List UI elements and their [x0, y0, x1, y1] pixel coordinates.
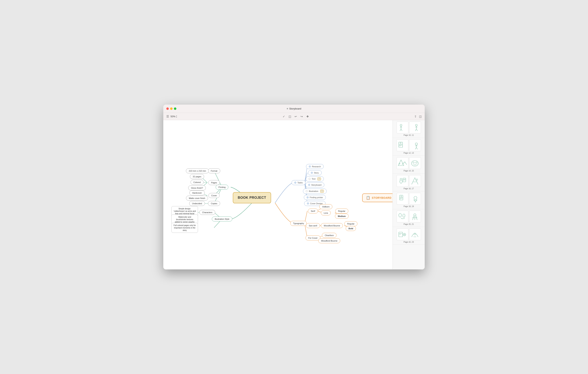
window-title-area: Storyboard: [287, 107, 301, 110]
matte-node[interactable]: Matte cover finish: [186, 196, 208, 201]
gloss-node[interactable]: Gloss finish?: [188, 185, 206, 190]
lora-medium-node[interactable]: Medium: [335, 214, 348, 219]
panel-page-20-21[interactable]: Page 20, 21: [393, 209, 425, 227]
main-canvas[interactable]: BOOK PROJECT Printing Format 210 mm x 21…: [163, 120, 392, 269]
svg-rect-31: [410, 176, 420, 186]
text-tag: +: [317, 177, 321, 180]
panel-icon[interactable]: ◫: [419, 115, 422, 118]
illustration-dot: [306, 190, 308, 192]
check-icon[interactable]: ✓: [283, 115, 285, 118]
research-dot: [309, 166, 311, 168]
clearface-node[interactable]: Clearface: [322, 233, 336, 238]
panel-thumb-23: [409, 228, 421, 240]
toolbar-right: ⇧ ◫: [414, 115, 422, 118]
characters-node[interactable]: Characters: [199, 210, 215, 215]
storyboard-dot: [308, 184, 310, 186]
panel-page-22-23[interactable]: Page 22, 23: [393, 227, 425, 245]
undecided-node[interactable]: Undecided: [189, 201, 205, 206]
sidebar-toggle-icon[interactable]: ☰: [166, 115, 169, 118]
panel-label-10-11: Page 10, 11: [404, 134, 414, 136]
panel-label-14-15: Page 14, 15: [404, 170, 414, 172]
zoom-arrows[interactable]: ▴ ▾: [176, 115, 177, 118]
typography-node[interactable]: Typography: [290, 221, 307, 226]
svg-rect-41: [397, 212, 408, 222]
panel-thumb-21: [409, 211, 421, 223]
copies-node[interactable]: Copies: [208, 201, 220, 206]
full-colored-desc-node: Full colored pages only for important mo…: [171, 223, 198, 233]
panel-thumb-10: [397, 122, 409, 133]
panel-label-20-21: Page 20, 21: [404, 223, 414, 225]
share-icon[interactable]: ⇧: [414, 115, 417, 118]
panel-page-10-11[interactable]: Page 10, 11: [393, 120, 425, 138]
zoom-control[interactable]: 50% ▴ ▾: [170, 115, 177, 118]
panel-label-16-17: Page 16, 17: [404, 188, 414, 190]
for-cover-node[interactable]: For Cover: [305, 235, 321, 240]
illustration-style-node[interactable]: Illustration Style: [212, 216, 232, 222]
sans-bold-node[interactable]: Bold: [346, 226, 356, 231]
panel-thumb-18: [397, 193, 409, 205]
cover-node[interactable]: Cover: [208, 193, 220, 198]
svg-rect-0: [397, 122, 408, 133]
text-task-node[interactable]: Text +: [306, 176, 324, 182]
panel-page-14-15[interactable]: Page 14, 15: [393, 156, 425, 173]
panel-thumb-14: [397, 157, 409, 169]
tasks-node[interactable]: Tasks: [292, 180, 305, 185]
illustration-tag: ×: [320, 190, 324, 193]
storyboard-task-node[interactable]: Storyboard: [305, 182, 324, 187]
story-node[interactable]: Story: [308, 170, 322, 175]
research-node[interactable]: Research: [306, 164, 324, 169]
printing-node[interactable]: Printing: [216, 185, 228, 190]
panel-page-18-19[interactable]: Page 18, 19: [393, 191, 425, 209]
format-value-node[interactable]: 210 mm x 210 mm: [186, 168, 209, 173]
story-dot: [311, 172, 313, 174]
pages-node[interactable]: Pages: [208, 180, 220, 185]
panel-page-20-21-images: [397, 211, 421, 223]
panel-thumb-20: [397, 211, 409, 223]
finding-printer-node[interactable]: Finding printer: [304, 195, 326, 200]
window-title: Storyboard: [289, 107, 301, 110]
format-node[interactable]: Format: [208, 168, 220, 173]
pages-value-node[interactable]: 32 pages: [190, 174, 204, 179]
panel-page-14-15-images: [397, 157, 421, 169]
lora-regular-node[interactable]: Regular: [335, 209, 348, 214]
cover-design-dot: [307, 203, 309, 204]
colored-node[interactable]: Colored: [190, 180, 204, 185]
hardcover-node[interactable]: Hardcover: [189, 190, 205, 195]
svg-rect-6: [410, 122, 420, 133]
panel-page-18-19-images: [397, 193, 421, 205]
san-serif-node[interactable]: San-serif: [306, 223, 320, 228]
traffic-lights: [166, 107, 176, 110]
panel-thumb-15: [409, 157, 421, 169]
fullscreen-icon[interactable]: ❖: [306, 115, 309, 118]
storyboard-badge-label: STORYBOARD: [372, 196, 392, 199]
panel-page-12-13[interactable]: Page 12, 13: [393, 138, 425, 156]
toolbar-left: ☰ 50% ▴ ▾: [166, 115, 177, 118]
maximize-button[interactable]: [174, 107, 176, 110]
illustration-task-node[interactable]: Illustration ×: [303, 189, 326, 194]
redo-icon[interactable]: ↪: [300, 115, 303, 118]
svg-rect-20: [397, 158, 408, 168]
svg-rect-26: [397, 176, 408, 186]
zoom-label: 50%: [170, 115, 175, 118]
woodford-cover-node[interactable]: Woodford Bourne: [318, 238, 340, 243]
woodford-sans-node[interactable]: Woodford Bourne: [321, 223, 343, 228]
panel-label-18-19: Page 18, 19: [404, 205, 414, 207]
minimize-button[interactable]: [170, 107, 173, 110]
titlebar: Storyboard: [163, 105, 425, 113]
serif-node[interactable]: Serif: [308, 209, 318, 214]
panel-page-16-17[interactable]: Page 16, 17: [393, 173, 425, 191]
close-button[interactable]: [166, 107, 169, 110]
panel-thumb-12: [397, 139, 409, 151]
lora-node[interactable]: Lora: [321, 211, 331, 215]
panel-page-16-17-images: [397, 175, 421, 187]
vollkorn-node[interactable]: Vollkorn: [319, 204, 332, 209]
finding-dot: [307, 196, 309, 198]
storyboard-badge-icon: 📋: [366, 196, 370, 200]
toolbar: ☰ 50% ▴ ▾ ✓ ◫ ↩ ↪ ❖ ⇧ ◫: [163, 113, 425, 120]
right-panel: Page 10, 11: [392, 120, 425, 269]
undo-icon[interactable]: ↩: [294, 115, 297, 118]
central-node[interactable]: BOOK PROJECT: [233, 192, 271, 203]
toolbar-center: ✓ ◫ ↩ ↪ ❖: [181, 115, 410, 118]
image-icon[interactable]: ◫: [289, 115, 291, 118]
sans-regular-node[interactable]: Regular: [344, 221, 357, 226]
